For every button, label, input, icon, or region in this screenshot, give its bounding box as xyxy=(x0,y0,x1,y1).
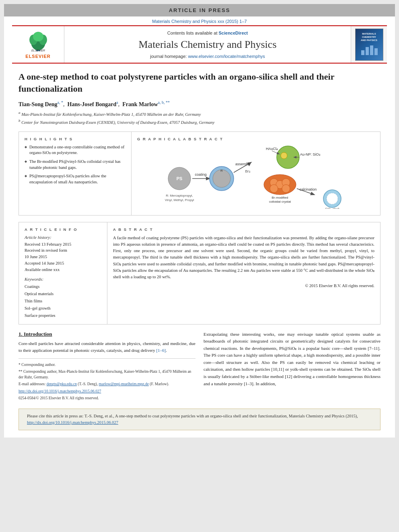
affil-1-sup: a xyxy=(19,111,21,115)
keyword-4: Sol–gel growth xyxy=(25,305,101,312)
highlight-item-1: Demonstrated a one-step controllable coa… xyxy=(25,144,125,156)
svg-text:Br₂: Br₂ xyxy=(245,169,251,173)
available-online: Available online xxx xyxy=(25,267,60,272)
email-1-name: (T.-S. Deng), xyxy=(78,382,98,386)
body-left-column: 1. Introduction Core-shell particles hav… xyxy=(19,331,195,403)
author-1-sup: a, * xyxy=(58,100,63,105)
svg-text:HAuCl₄: HAuCl₄ xyxy=(266,147,278,151)
journal-info-text: Materials Chemistry and Physics xxx (201… xyxy=(152,19,247,24)
email-label: E-mail addresses: xyxy=(19,382,45,386)
article-history-heading: Article history: xyxy=(25,235,101,240)
article-title: A one-step method to coat polystyrene pa… xyxy=(19,71,380,94)
affil-2: b Center for Nanointegration Duisburg-Es… xyxy=(19,118,380,125)
received-date: Received 13 February 2015 xyxy=(25,242,71,246)
svg-rect-8 xyxy=(370,45,373,55)
sciencedirect-prefix: Contents lists available at xyxy=(167,31,219,35)
revised-date: 10 June 2015 xyxy=(25,255,47,259)
article-history-text: Received 13 February 2015 Received in re… xyxy=(25,241,101,273)
abstract-copyright: © 2015 Elsevier B.V. All rights reserved… xyxy=(113,283,374,288)
journal-main-title: Materials Chemistry and Physics xyxy=(138,39,276,51)
main-content: A one-step method to coat polystyrene pa… xyxy=(4,64,395,438)
svg-text:Vinyl, Methyl, Propyl: Vinyl, Methyl, Propyl xyxy=(165,198,194,202)
keyword-2: Optical materials xyxy=(25,290,101,298)
sciencedirect-link[interactable]: ScienceDirect xyxy=(219,31,248,35)
graphical-abstract-section-label: G R A P H I C A L A B S T R A C T xyxy=(137,137,374,141)
doi-link[interactable]: http://dx.doi.org/10.1016/j.matchemphys.… xyxy=(19,389,101,393)
keyword-1: Coatings xyxy=(25,283,101,290)
highlights-graphical-row: H I G H L I G H T S Demonstrated a one-s… xyxy=(19,131,380,216)
abstract-column: A B S T R A C T A facile method of coati… xyxy=(107,222,380,324)
article-info-section-label: A R T I C L E I N F O xyxy=(25,227,101,232)
homepage-url[interactable]: www.elsevier.com/locate/matchemphys xyxy=(188,54,265,59)
svg-rect-7 xyxy=(366,47,369,55)
cover-text-1: MATERIALSCHEMISTRYAND PHYSICS xyxy=(361,33,377,42)
graphical-abstract-diagram: PS coating R assembly xyxy=(137,144,374,209)
svg-point-31 xyxy=(282,185,290,193)
article-in-press-banner: ARTICLE IN PRESS xyxy=(4,4,395,16)
svg-text:R: R xyxy=(220,169,223,173)
homepage-prefix: journal homepage: xyxy=(150,54,188,59)
svg-text:calcination: calcination xyxy=(300,187,317,191)
cover-chart-icon xyxy=(359,42,379,56)
svg-text:assembly: assembly xyxy=(235,162,251,166)
citation-doi-link[interactable]: http://dx.doi.org/10.1016/j.matchemphys.… xyxy=(27,420,118,425)
info-abstract-row: A R T I C L E I N F O Article history: R… xyxy=(19,222,380,325)
svg-point-4 xyxy=(33,32,43,41)
email-2-link[interactable]: marlow@mpi-muelheim.mpg.de xyxy=(99,382,149,386)
ref-link-1-6[interactable]: [1–6] xyxy=(156,348,166,353)
affil-2-sup: b xyxy=(19,119,21,123)
svg-rect-6 xyxy=(361,50,364,55)
svg-rect-9 xyxy=(374,48,378,55)
accepted-date: Accepted 14 June 2015 xyxy=(25,261,64,265)
author-1-name: Tian-Song Deng xyxy=(19,101,58,107)
svg-point-30 xyxy=(270,185,278,193)
footnote-doi: http://dx.doi.org/10.1016/j.matchemphys.… xyxy=(19,388,195,394)
journal-title-area: Contents lists available at ScienceDirec… xyxy=(64,26,351,63)
svg-text:ELSEVIER: ELSEVIER xyxy=(31,49,45,52)
highlights-list: Demonstrated a one-step controllable coa… xyxy=(25,144,125,185)
affil-1: a Max-Planck-Institut für Kohlenforschun… xyxy=(19,110,380,117)
body-two-column: 1. Introduction Core-shell particles hav… xyxy=(19,331,380,403)
affil-1-text: Max-Planck-Institut für Kohlenforschung,… xyxy=(21,112,201,117)
keywords-list: Coatings Optical materials Thin films So… xyxy=(25,283,101,319)
highlights-section-label: H I G H L I G H T S xyxy=(25,137,125,141)
abstract-text: A facile method of coating polystyrene (… xyxy=(113,235,374,281)
body-right-column: Extrapolating these interesting works, o… xyxy=(204,331,380,403)
author-3-sup: a, b, ** xyxy=(158,100,170,105)
article-info-column: A R T I C L E I N F O Article history: R… xyxy=(19,222,107,324)
svg-point-37 xyxy=(327,193,338,204)
highlight-item-3: PS@mercaptopropyl-SiO₂ particles allow t… xyxy=(25,173,125,185)
svg-text:coating: coating xyxy=(195,173,206,177)
footnote-issn: 0254-0584/© 2015 Elsevier B.V. All right… xyxy=(19,395,195,401)
journal-header: ELSEVIER ELSEVIER Contents lists availab… xyxy=(12,25,387,64)
email-1-link[interactable]: dengts@pku.edu.cn xyxy=(47,382,77,386)
page: ARTICLE IN PRESS Materials Chemistry and… xyxy=(4,4,395,438)
elsevier-label: ELSEVIER xyxy=(25,54,50,59)
received-revised-label: Received in revised form xyxy=(25,248,67,253)
svg-text:Au-NP: SiO₂: Au-NP: SiO₂ xyxy=(300,152,321,156)
svg-point-21 xyxy=(281,152,287,159)
author-2-sup: a xyxy=(116,100,118,105)
body-right-text-1: Extrapolating these interesting works, o… xyxy=(204,331,380,388)
svg-text:PS: PS xyxy=(177,176,183,181)
cover-placeholder: MATERIALSCHEMISTRYAND PHYSICS xyxy=(355,29,383,61)
author-2-name: Hans-Josef Bongard xyxy=(68,101,117,107)
footnote-corresponding-1: * Corresponding author. xyxy=(19,362,195,368)
author-3-name: Frank Marlow xyxy=(122,101,158,107)
keyword-5: Surface properties xyxy=(25,312,101,319)
citation-prefix: Please cite this article in press as: T.… xyxy=(27,414,358,418)
section-1-heading: 1. Introduction xyxy=(19,331,195,337)
svg-text:SiO₂ shell: SiO₂ shell xyxy=(325,207,339,209)
svg-text:R: Mercaptopropyl,: R: Mercaptopropyl, xyxy=(166,194,193,197)
email-2-name: (F. Marlow). xyxy=(150,382,169,386)
highlight-item-2: The Br-modified PS@vinyl-SiO₂ colloidal … xyxy=(25,159,125,170)
footnote-corresponding-2: ** Corresponding author, Max-Planck-Inst… xyxy=(19,369,195,380)
citation-bar: Please cite this article in press as: T.… xyxy=(19,409,380,430)
keywords-heading: Keywords: xyxy=(25,277,101,281)
body-left-text-1: Core-shell particles have attracted cons… xyxy=(19,340,195,354)
elsevier-tree-icon: ELSEVIER xyxy=(22,30,54,52)
svg-text:colloidal crystal: colloidal crystal xyxy=(269,200,291,203)
banner-text: ARTICLE IN PRESS xyxy=(169,7,230,13)
highlights-column: H I G H L I G H T S Demonstrated a one-s… xyxy=(19,132,132,215)
affiliations: a Max-Planck-Institut für Kohlenforschun… xyxy=(19,110,380,126)
